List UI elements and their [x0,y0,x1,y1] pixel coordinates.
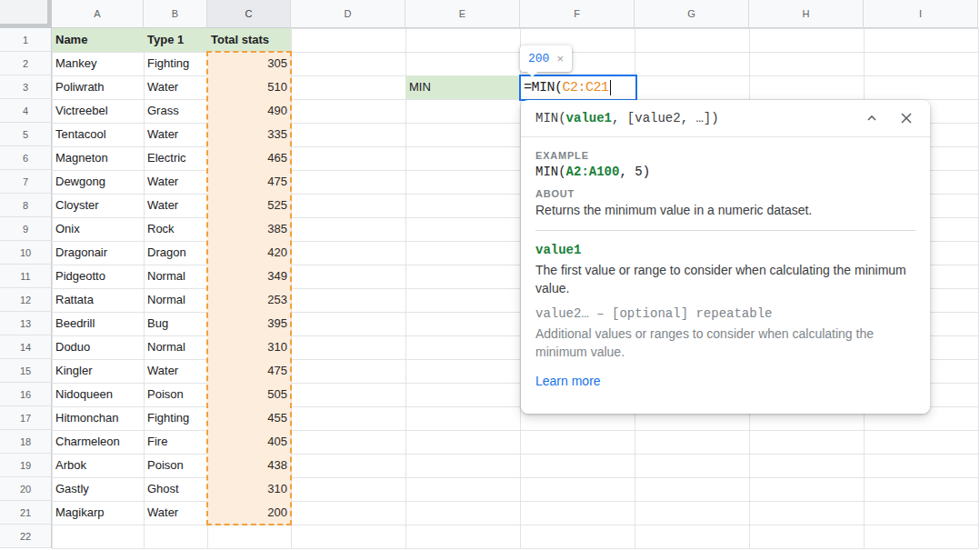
cell-A2[interactable]: Mankey [52,52,144,75]
row-header-19[interactable]: 19 [0,454,52,477]
cell-A6[interactable]: Magneton [52,146,144,170]
cell-B19[interactable]: Poison [144,454,207,477]
row-header-4[interactable]: 4 [0,99,52,123]
col-header-E[interactable]: E [405,0,520,28]
row-header-20[interactable]: 20 [0,477,52,501]
cell-C12[interactable]: 253 [207,288,291,312]
cell-C19[interactable]: 438 [207,454,291,477]
col-header-C[interactable]: C [207,0,291,28]
cell-A3[interactable]: Poliwrath [52,75,144,99]
cell-B18[interactable]: Fire [144,430,207,454]
row-header-15[interactable]: 15 [0,359,52,383]
cell-A4[interactable]: Victreebel [52,99,144,123]
cell-A18[interactable]: Charmeleon [52,430,144,454]
cell-C16[interactable]: 505 [207,383,291,406]
cell-A13[interactable]: Beedrill [52,312,144,335]
row-header-9[interactable]: 9 [0,217,52,241]
cell-B4[interactable]: Grass [144,99,207,123]
row-header-10[interactable]: 10 [0,241,52,265]
preview-close-icon[interactable]: × [556,52,564,65]
col-header-H[interactable]: H [749,0,864,28]
cell-A16[interactable]: Nidoqueen [52,383,144,406]
cell-C20[interactable]: 310 [207,477,291,501]
cell-C18[interactable]: 405 [207,430,291,454]
cell-B20[interactable]: Ghost [144,477,207,501]
row-header-1[interactable]: 1 [0,28,52,52]
cell-B5[interactable]: Water [144,123,207,146]
cell-B2[interactable]: Fighting [144,52,207,75]
cell-C10[interactable]: 420 [207,241,291,265]
cell-B8[interactable]: Water [144,194,207,217]
row-header-3[interactable]: 3 [0,75,52,99]
col-header-G[interactable]: G [635,0,749,28]
cell-A17[interactable]: Hitmonchan [52,406,144,430]
cell-C14[interactable]: 310 [207,335,291,359]
cell-A14[interactable]: Doduo [52,335,144,359]
col-header-B[interactable]: B [144,0,207,28]
cell-B11[interactable]: Normal [144,265,207,288]
select-all-corner[interactable] [0,0,52,28]
row-header-8[interactable]: 8 [0,194,52,217]
cell-B21[interactable]: Water [144,501,207,525]
cell-A20[interactable]: Gastly [52,477,144,501]
col-header-D[interactable]: D [291,0,405,28]
cell-C1[interactable]: Total stats [207,28,291,52]
cell-B12[interactable]: Normal [144,288,207,312]
row-header-5[interactable]: 5 [0,123,52,146]
cell-B17[interactable]: Fighting [144,406,207,430]
row-header-13[interactable]: 13 [0,312,52,335]
cell-A21[interactable]: Magikarp [52,501,144,525]
row-header-7[interactable]: 7 [0,170,52,194]
cell-B6[interactable]: Electric [144,146,207,170]
cell-C5[interactable]: 335 [207,123,291,146]
formula-input[interactable]: =MIN(C2:C21 [519,75,637,101]
cell-C7[interactable]: 475 [207,170,291,194]
row-header-2[interactable]: 2 [0,52,52,75]
cell-A15[interactable]: Kingler [52,359,144,383]
row-header-6[interactable]: 6 [0,146,52,170]
cell-B13[interactable]: Bug [144,312,207,335]
cell-C2[interactable]: 305 [207,52,291,75]
cell-C15[interactable]: 475 [207,359,291,383]
cell-A5[interactable]: Tentacool [52,123,144,146]
cell-C8[interactable]: 525 [207,194,291,217]
row-header-17[interactable]: 17 [0,406,52,430]
close-icon[interactable] [895,107,917,129]
learn-more-link[interactable]: Learn more [535,374,601,388]
cell-B16[interactable]: Poison [144,383,207,406]
cell-A12[interactable]: Rattata [52,288,144,312]
cell-A9[interactable]: Onix [52,217,144,241]
cell-C4[interactable]: 490 [207,99,291,123]
cell-C9[interactable]: 385 [207,217,291,241]
cell-A7[interactable]: Dewgong [52,170,144,194]
cell-C11[interactable]: 349 [207,265,291,288]
col-header-A[interactable]: A [52,0,144,28]
row-header-21[interactable]: 21 [0,501,52,525]
cell-B15[interactable]: Water [144,359,207,383]
cell-A10[interactable]: Dragonair [52,241,144,265]
cell-B9[interactable]: Rock [144,217,207,241]
cell-E3-min-label[interactable]: MIN [405,75,520,99]
cell-B3[interactable]: Water [144,75,207,99]
collapse-icon[interactable] [861,107,883,129]
row-header-16[interactable]: 16 [0,383,52,406]
cell-B7[interactable]: Water [144,170,207,194]
cell-B14[interactable]: Normal [144,335,207,359]
cell-C6[interactable]: 465 [207,146,291,170]
row-header-12[interactable]: 12 [0,288,52,312]
cell-C21[interactable]: 200 [207,501,291,525]
cell-A8[interactable]: Cloyster [52,194,144,217]
cell-A1[interactable]: Name [52,28,144,52]
cell-C3[interactable]: 510 [207,75,291,99]
col-header-F[interactable]: F [520,0,635,28]
cell-B1[interactable]: Type 1 [144,28,207,52]
col-header-I[interactable]: I [864,0,978,28]
cell-C13[interactable]: 395 [207,312,291,335]
row-header-14[interactable]: 14 [0,335,52,359]
row-header-22[interactable]: 22 [0,525,52,548]
cell-B10[interactable]: Dragon [144,241,207,265]
cell-C17[interactable]: 455 [207,406,291,430]
cell-A19[interactable]: Arbok [52,454,144,477]
row-header-11[interactable]: 11 [0,265,52,288]
row-header-18[interactable]: 18 [0,430,52,454]
